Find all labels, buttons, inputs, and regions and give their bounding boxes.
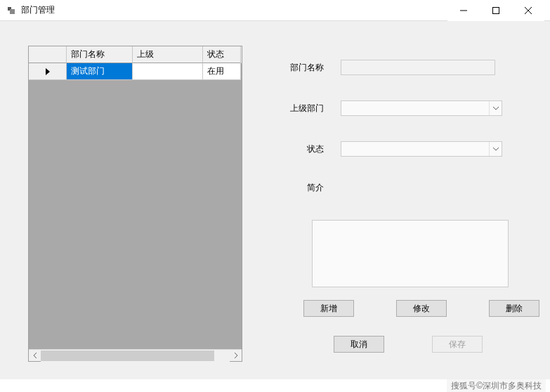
row-status: 状态 bbox=[274, 141, 516, 157]
minimize-button[interactable] bbox=[447, 0, 480, 21]
label-status: 状态 bbox=[274, 143, 341, 155]
save-button[interactable]: 保存 bbox=[432, 336, 483, 353]
close-button[interactable] bbox=[512, 0, 544, 21]
content-area: 部门名称 上级 状态 测试部门 在用 部门名称 上级部门 bbox=[0, 21, 550, 379]
label-parent: 上级部门 bbox=[274, 103, 341, 115]
cell-parent[interactable] bbox=[133, 63, 203, 80]
intro-textarea[interactable] bbox=[312, 220, 509, 287]
detail-form: 部门名称 上级部门 状态 简介 bbox=[274, 60, 516, 201]
current-row-icon bbox=[45, 68, 51, 75]
edit-button[interactable]: 修改 bbox=[396, 300, 447, 317]
action-buttons: 取消 保存 bbox=[334, 336, 483, 353]
name-field[interactable] bbox=[341, 60, 495, 75]
status-select[interactable] bbox=[341, 141, 502, 157]
chevron-down-icon bbox=[489, 142, 502, 156]
app-icon bbox=[6, 5, 17, 16]
horizontal-scrollbar[interactable] bbox=[29, 349, 242, 361]
table-row[interactable]: 测试部门 在用 bbox=[29, 63, 242, 80]
cancel-button[interactable]: 取消 bbox=[334, 336, 384, 353]
window-title: 部门管理 bbox=[21, 4, 447, 16]
label-intro: 简介 bbox=[274, 182, 341, 194]
maximize-button[interactable] bbox=[480, 0, 512, 21]
scroll-thumb[interactable] bbox=[41, 351, 214, 361]
row-parent: 上级部门 bbox=[274, 100, 516, 116]
grid-header-name[interactable]: 部门名称 bbox=[67, 46, 133, 63]
crud-buttons: 新增 修改 删除 bbox=[303, 300, 539, 317]
grid-header-status[interactable]: 状态 bbox=[203, 46, 241, 63]
label-name: 部门名称 bbox=[274, 62, 341, 74]
cell-name[interactable]: 测试部门 bbox=[67, 63, 133, 80]
row-intro: 简介 bbox=[274, 182, 516, 194]
add-button[interactable]: 新增 bbox=[303, 300, 354, 317]
svg-rect-1 bbox=[10, 9, 15, 14]
cell-status[interactable]: 在用 bbox=[203, 63, 241, 80]
row-name: 部门名称 bbox=[274, 60, 516, 75]
scroll-right-icon[interactable] bbox=[230, 350, 242, 362]
grid-body: 测试部门 在用 bbox=[29, 63, 242, 349]
grid-header-row: 部门名称 上级 状态 bbox=[29, 46, 242, 63]
parent-select[interactable] bbox=[341, 100, 502, 116]
department-grid[interactable]: 部门名称 上级 状态 测试部门 在用 bbox=[28, 46, 242, 362]
row-indicator[interactable] bbox=[29, 63, 67, 80]
watermark: 搜狐号©深圳市多奥科技 bbox=[447, 379, 546, 392]
grid-header-parent[interactable]: 上级 bbox=[133, 46, 203, 63]
grid-header-rowselector[interactable] bbox=[29, 46, 67, 63]
scroll-track[interactable] bbox=[41, 350, 230, 362]
window-controls bbox=[447, 0, 544, 21]
titlebar: 部门管理 bbox=[0, 0, 550, 21]
delete-button[interactable]: 删除 bbox=[489, 300, 539, 317]
chevron-down-icon bbox=[489, 101, 502, 115]
svg-rect-3 bbox=[493, 7, 499, 13]
scroll-left-icon[interactable] bbox=[29, 350, 41, 362]
